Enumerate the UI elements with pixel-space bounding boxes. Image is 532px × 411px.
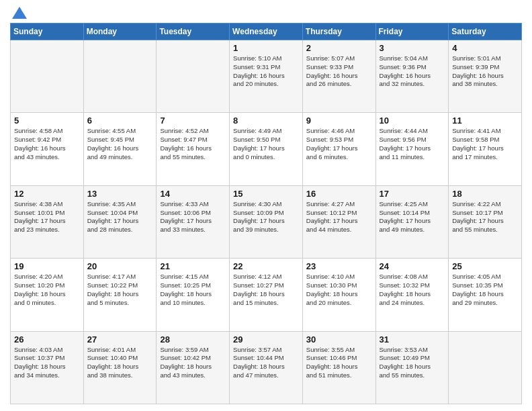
- day-number: 9: [306, 116, 372, 126]
- calendar-week-1: 1Sunrise: 5:10 AM Sunset: 9:31 PM Daylig…: [11, 40, 522, 113]
- calendar-day-30: 30Sunrise: 3:55 AM Sunset: 10:46 PM Dayl…: [302, 331, 375, 404]
- calendar-day-31: 31Sunrise: 3:53 AM Sunset: 10:49 PM Dayl…: [375, 331, 449, 404]
- calendar-day-20: 20Sunrise: 4:17 AM Sunset: 10:22 PM Dayl…: [83, 259, 157, 331]
- day-info: Sunrise: 4:38 AM Sunset: 10:01 PM Daylig…: [14, 200, 80, 234]
- calendar-day-22: 22Sunrise: 4:12 AM Sunset: 10:27 PM Dayl…: [230, 259, 303, 331]
- day-info: Sunrise: 4:08 AM Sunset: 10:32 PM Daylig…: [380, 273, 445, 307]
- day-info: Sunrise: 4:35 AM Sunset: 10:04 PM Daylig…: [87, 200, 153, 234]
- day-header-thursday: Thursday: [302, 24, 375, 40]
- day-header-monday: Monday: [83, 24, 157, 40]
- day-info: Sunrise: 4:41 AM Sunset: 9:58 PM Dayligh…: [452, 127, 518, 161]
- calendar-day-8: 8Sunrise: 4:49 AM Sunset: 9:50 PM Daylig…: [230, 113, 303, 185]
- header: [10, 7, 522, 17]
- day-info: Sunrise: 4:22 AM Sunset: 10:17 PM Daylig…: [452, 200, 518, 234]
- day-info: Sunrise: 4:49 AM Sunset: 9:50 PM Dayligh…: [233, 127, 299, 161]
- logo: [10, 7, 27, 17]
- day-info: Sunrise: 4:46 AM Sunset: 9:53 PM Dayligh…: [306, 127, 372, 161]
- day-number: 19: [14, 261, 80, 271]
- calendar-header-row: SundayMondayTuesdayWednesdayThursdayFrid…: [11, 24, 522, 40]
- day-info: Sunrise: 4:01 AM Sunset: 10:40 PM Daylig…: [87, 346, 153, 380]
- day-number: 7: [160, 116, 226, 126]
- day-info: Sunrise: 5:04 AM Sunset: 9:36 PM Dayligh…: [380, 54, 445, 89]
- day-info: Sunrise: 5:07 AM Sunset: 9:33 PM Dayligh…: [306, 54, 372, 89]
- calendar-empty: [83, 40, 157, 113]
- day-header-tuesday: Tuesday: [157, 24, 230, 40]
- calendar-day-2: 2Sunrise: 5:07 AM Sunset: 9:33 PM Daylig…: [302, 40, 375, 113]
- day-number: 26: [14, 334, 80, 345]
- day-number: 11: [452, 116, 518, 126]
- calendar-day-19: 19Sunrise: 4:20 AM Sunset: 10:20 PM Dayl…: [11, 259, 84, 331]
- day-number: 25: [452, 261, 518, 271]
- calendar-day-26: 26Sunrise: 4:03 AM Sunset: 10:37 PM Dayl…: [11, 331, 84, 404]
- day-info: Sunrise: 4:10 AM Sunset: 10:30 PM Daylig…: [306, 273, 372, 307]
- calendar-day-21: 21Sunrise: 4:15 AM Sunset: 10:25 PM Dayl…: [157, 259, 230, 331]
- calendar-day-5: 5Sunrise: 4:58 AM Sunset: 9:42 PM Daylig…: [11, 113, 84, 185]
- calendar-week-2: 5Sunrise: 4:58 AM Sunset: 9:42 PM Daylig…: [11, 113, 522, 185]
- day-number: 20: [87, 261, 153, 271]
- calendar-day-7: 7Sunrise: 4:52 AM Sunset: 9:47 PM Daylig…: [157, 113, 230, 185]
- calendar-day-15: 15Sunrise: 4:30 AM Sunset: 10:09 PM Dayl…: [230, 185, 303, 258]
- calendar-day-13: 13Sunrise: 4:35 AM Sunset: 10:04 PM Dayl…: [83, 185, 157, 258]
- calendar-day-6: 6Sunrise: 4:55 AM Sunset: 9:45 PM Daylig…: [83, 113, 157, 185]
- calendar-day-1: 1Sunrise: 5:10 AM Sunset: 9:31 PM Daylig…: [230, 40, 303, 113]
- day-info: Sunrise: 3:57 AM Sunset: 10:44 PM Daylig…: [233, 346, 299, 380]
- day-number: 6: [87, 116, 153, 126]
- day-header-friday: Friday: [375, 24, 449, 40]
- calendar-day-4: 4Sunrise: 5:01 AM Sunset: 9:39 PM Daylig…: [449, 40, 522, 113]
- day-number: 3: [380, 43, 445, 53]
- calendar-day-23: 23Sunrise: 4:10 AM Sunset: 10:30 PM Dayl…: [302, 259, 375, 331]
- day-number: 28: [160, 334, 226, 345]
- calendar-day-17: 17Sunrise: 4:25 AM Sunset: 10:14 PM Dayl…: [375, 185, 449, 258]
- calendar-week-4: 19Sunrise: 4:20 AM Sunset: 10:20 PM Dayl…: [11, 259, 522, 331]
- day-header-saturday: Saturday: [449, 24, 522, 40]
- logo-icon: [12, 7, 27, 19]
- day-number: 30: [306, 334, 372, 345]
- day-info: Sunrise: 4:58 AM Sunset: 9:42 PM Dayligh…: [14, 127, 80, 161]
- day-number: 27: [87, 334, 153, 345]
- day-info: Sunrise: 4:05 AM Sunset: 10:35 PM Daylig…: [452, 273, 518, 307]
- calendar-day-14: 14Sunrise: 4:33 AM Sunset: 10:06 PM Dayl…: [157, 185, 230, 258]
- day-info: Sunrise: 5:10 AM Sunset: 9:31 PM Dayligh…: [233, 54, 299, 89]
- day-info: Sunrise: 4:27 AM Sunset: 10:12 PM Daylig…: [306, 200, 372, 234]
- svg-marker-0: [12, 7, 27, 19]
- calendar-day-28: 28Sunrise: 3:59 AM Sunset: 10:42 PM Dayl…: [157, 331, 230, 404]
- calendar-day-10: 10Sunrise: 4:44 AM Sunset: 9:56 PM Dayli…: [375, 113, 449, 185]
- day-number: 4: [452, 43, 518, 53]
- day-header-sunday: Sunday: [11, 24, 84, 40]
- day-number: 10: [380, 116, 445, 126]
- day-number: 17: [380, 189, 445, 199]
- day-number: 12: [14, 189, 80, 199]
- day-number: 24: [380, 261, 445, 271]
- calendar-day-11: 11Sunrise: 4:41 AM Sunset: 9:58 PM Dayli…: [449, 113, 522, 185]
- day-number: 5: [14, 116, 80, 126]
- day-info: Sunrise: 4:15 AM Sunset: 10:25 PM Daylig…: [160, 273, 226, 307]
- calendar-day-3: 3Sunrise: 5:04 AM Sunset: 9:36 PM Daylig…: [375, 40, 449, 113]
- calendar-day-24: 24Sunrise: 4:08 AM Sunset: 10:32 PM Dayl…: [375, 259, 449, 331]
- calendar-day-9: 9Sunrise: 4:46 AM Sunset: 9:53 PM Daylig…: [302, 113, 375, 185]
- day-number: 31: [380, 334, 445, 345]
- day-info: Sunrise: 3:53 AM Sunset: 10:49 PM Daylig…: [380, 346, 445, 380]
- day-info: Sunrise: 5:01 AM Sunset: 9:39 PM Dayligh…: [452, 54, 518, 89]
- day-info: Sunrise: 4:33 AM Sunset: 10:06 PM Daylig…: [160, 200, 226, 234]
- day-info: Sunrise: 3:59 AM Sunset: 10:42 PM Daylig…: [160, 346, 226, 380]
- calendar-day-27: 27Sunrise: 4:01 AM Sunset: 10:40 PM Dayl…: [83, 331, 157, 404]
- day-number: 21: [160, 261, 226, 271]
- day-info: Sunrise: 3:55 AM Sunset: 10:46 PM Daylig…: [306, 346, 372, 380]
- day-info: Sunrise: 4:03 AM Sunset: 10:37 PM Daylig…: [14, 346, 80, 380]
- day-number: 14: [160, 189, 226, 199]
- calendar-empty: [449, 331, 522, 404]
- calendar: SundayMondayTuesdayWednesdayThursdayFrid…: [10, 23, 522, 404]
- day-number: 1: [233, 43, 299, 53]
- calendar-day-29: 29Sunrise: 3:57 AM Sunset: 10:44 PM Dayl…: [230, 331, 303, 404]
- day-info: Sunrise: 4:44 AM Sunset: 9:56 PM Dayligh…: [380, 127, 445, 161]
- day-info: Sunrise: 4:20 AM Sunset: 10:20 PM Daylig…: [14, 273, 80, 307]
- day-info: Sunrise: 4:52 AM Sunset: 9:47 PM Dayligh…: [160, 127, 226, 161]
- calendar-day-25: 25Sunrise: 4:05 AM Sunset: 10:35 PM Dayl…: [449, 259, 522, 331]
- calendar-week-5: 26Sunrise: 4:03 AM Sunset: 10:37 PM Dayl…: [11, 331, 522, 404]
- calendar-empty: [11, 40, 84, 113]
- day-number: 16: [306, 189, 372, 199]
- day-number: 15: [233, 189, 299, 199]
- calendar-empty: [157, 40, 230, 113]
- day-number: 8: [233, 116, 299, 126]
- day-info: Sunrise: 4:55 AM Sunset: 9:45 PM Dayligh…: [87, 127, 153, 161]
